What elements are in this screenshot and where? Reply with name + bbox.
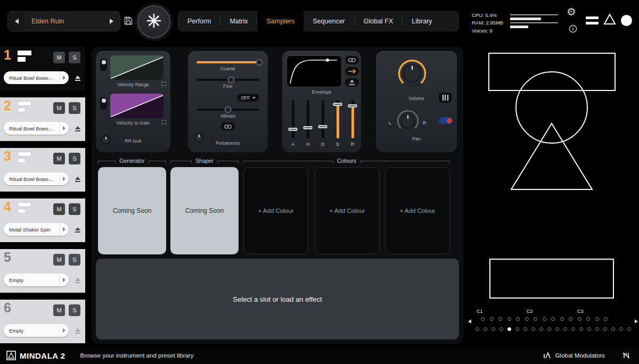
page-dot[interactable] <box>563 327 567 331</box>
page-dot[interactable] <box>523 327 527 331</box>
slot-preset-selector[interactable]: Ritual Bowl Bowe... <box>4 71 69 84</box>
page-dot[interactable] <box>516 317 520 321</box>
page-dot[interactable] <box>543 317 546 321</box>
home-logo-button[interactable] <box>137 5 170 38</box>
eject-icon[interactable] <box>75 226 81 235</box>
settings-gear-icon[interactable]: ⚙ <box>567 6 576 17</box>
keyboard-toggle-button[interactable] <box>622 352 630 359</box>
tab-global-fx[interactable]: Global FX <box>355 12 403 31</box>
page-dot[interactable] <box>587 327 591 331</box>
velocity-range-toggle[interactable] <box>100 59 107 71</box>
vibrato-slider[interactable] <box>196 109 259 111</box>
release-slider-thumb[interactable] <box>348 104 357 107</box>
page-dot[interactable] <box>560 317 564 321</box>
page-dot[interactable] <box>507 317 511 321</box>
add-colour-card-1[interactable]: + Add Colour <box>243 167 308 254</box>
tab-library[interactable]: Library <box>403 12 441 31</box>
slot-preset-selector[interactable]: Metal Shaker Spin <box>4 223 69 236</box>
chevron-right-icon[interactable] <box>59 122 69 135</box>
slot-preset-selector[interactable]: Ritual Bowl Bowe... <box>4 122 69 135</box>
envelope-export-button[interactable] <box>345 78 359 87</box>
mute-button[interactable]: M <box>53 102 65 114</box>
chevron-right-icon[interactable] <box>59 223 69 236</box>
page-dot[interactable] <box>476 327 479 331</box>
decay-slider-thumb[interactable] <box>318 125 327 128</box>
page-dot[interactable] <box>531 327 535 331</box>
chevron-right-icon[interactable] <box>59 324 69 337</box>
page-dot[interactable] <box>595 317 599 321</box>
attack-slider[interactable] <box>292 100 294 138</box>
expand-icon[interactable] <box>161 120 166 125</box>
solo-button[interactable]: S <box>69 52 80 63</box>
global-modulators-button[interactable]: Global Modulators <box>555 352 605 359</box>
preset-name[interactable]: Elden Ruin <box>25 18 103 25</box>
output-mode-toggle[interactable] <box>439 117 453 124</box>
page-dot[interactable] <box>507 327 511 331</box>
page-dot[interactable] <box>579 327 583 331</box>
volume-knob[interactable] <box>397 59 427 88</box>
page-previous-arrow[interactable] <box>468 319 471 324</box>
velocity-range-graph[interactable] <box>110 55 163 80</box>
sample-slot-3[interactable]: 3 M S Ritual Bowl Bowe... <box>0 148 85 192</box>
page-dot[interactable] <box>603 327 607 331</box>
page-dot[interactable] <box>578 317 581 321</box>
slot-preset-selector[interactable]: Empty <box>4 324 69 337</box>
page-dot[interactable] <box>619 327 623 331</box>
mute-button[interactable]: M <box>53 203 65 215</box>
page-next-arrow[interactable] <box>635 319 638 324</box>
chevron-right-icon[interactable] <box>59 71 69 84</box>
envelope-route-arrow-button[interactable] <box>345 67 359 76</box>
solo-button[interactable]: S <box>69 153 80 164</box>
eject-icon[interactable] <box>75 125 81 134</box>
page-dot[interactable] <box>498 317 502 321</box>
fine-slider[interactable] <box>196 79 259 81</box>
solo-button[interactable]: S <box>69 203 80 215</box>
vibrato-link-button[interactable] <box>220 122 235 130</box>
sample-slot-4[interactable]: 4 M S Metal Shaker Spin <box>0 198 85 242</box>
slot-preset-selector[interactable]: Empty <box>4 274 69 286</box>
attack-slider-thumb[interactable] <box>289 128 298 131</box>
tab-perform[interactable]: Perform <box>178 12 220 31</box>
page-dot[interactable] <box>595 327 599 331</box>
sustain-slider-thumb[interactable] <box>333 103 342 106</box>
page-dot[interactable] <box>481 317 485 321</box>
page-dot[interactable] <box>586 317 590 321</box>
eject-icon[interactable] <box>75 175 81 185</box>
page-dot[interactable] <box>539 327 543 331</box>
save-preset-button[interactable] <box>124 16 133 27</box>
page-dot[interactable] <box>627 327 631 331</box>
solo-button[interactable]: S <box>69 102 80 114</box>
info-icon[interactable] <box>569 24 577 35</box>
page-dot[interactable] <box>547 327 551 331</box>
sample-slot-2[interactable]: 2 M S Ritual Bowl Bowe... <box>0 97 85 141</box>
page-dot[interactable] <box>555 327 559 331</box>
expand-icon[interactable] <box>161 81 166 86</box>
mute-button[interactable]: M <box>53 254 65 266</box>
page-dot[interactable] <box>569 317 572 321</box>
page-dot[interactable] <box>611 327 615 331</box>
page-dot[interactable] <box>525 317 529 321</box>
channel-meter-button[interactable] <box>439 93 452 103</box>
chevron-right-icon[interactable] <box>59 274 69 286</box>
page-dot[interactable] <box>490 317 494 321</box>
add-colour-card-3[interactable]: + Add Colour <box>385 167 450 254</box>
page-dot[interactable] <box>551 317 555 321</box>
eject-icon[interactable] <box>75 276 81 286</box>
coarse-slider-thumb[interactable] <box>256 59 263 66</box>
envelope-link-button[interactable] <box>345 56 359 64</box>
sustain-slider[interactable] <box>337 100 339 138</box>
pan-knob[interactable] <box>396 110 420 133</box>
next-preset-button[interactable] <box>103 12 120 31</box>
sample-slot-5[interactable]: 5 M S Empty <box>0 249 85 293</box>
tab-matrix[interactable]: Matrix <box>220 12 257 31</box>
chevron-right-icon[interactable] <box>59 172 69 185</box>
tab-samplers[interactable]: Samplers <box>257 10 304 33</box>
decay-slider[interactable] <box>322 100 324 138</box>
velocity-gain-toggle[interactable] <box>100 97 107 110</box>
mute-button[interactable]: M <box>53 153 65 164</box>
slot-preset-selector[interactable]: Ritual Bowl Bowe... <box>4 172 69 185</box>
add-colour-card-2[interactable]: + Add Colour <box>315 167 380 254</box>
vibrato-slider-thumb[interactable] <box>225 106 232 113</box>
hold-slider[interactable] <box>307 100 309 138</box>
page-dot[interactable] <box>571 327 575 331</box>
